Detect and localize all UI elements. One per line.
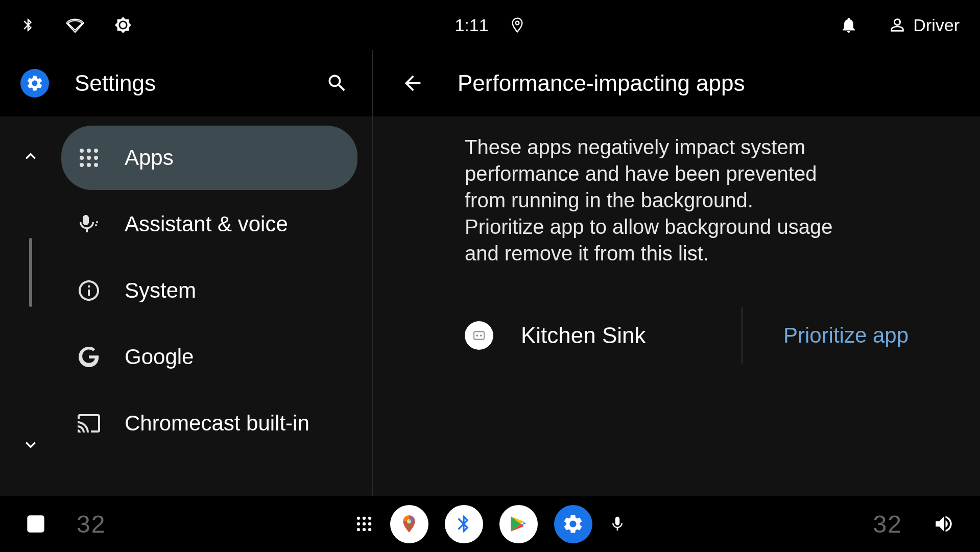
sidebar-body: Apps Assistant & voice System — [0, 116, 372, 496]
detail-title: Performance-impacting apps — [458, 70, 745, 96]
svg-point-21 — [356, 528, 360, 531]
detail-pane: Performance-impacting apps These apps ne… — [373, 50, 980, 496]
status-left — [20, 16, 455, 34]
sidebar-item-label: Assistant & voice — [125, 212, 288, 236]
search-button[interactable] — [323, 69, 351, 98]
wifi-icon — [66, 16, 84, 34]
back-button[interactable] — [398, 69, 427, 98]
svg-point-4 — [87, 156, 91, 160]
dock-left: 32 — [26, 510, 354, 538]
scrollbar-indicator[interactable] — [29, 238, 32, 307]
svg-point-17 — [368, 517, 371, 520]
svg-point-6 — [80, 163, 84, 167]
svg-point-23 — [368, 528, 371, 531]
assistant-icon — [76, 211, 102, 237]
svg-point-7 — [87, 163, 91, 167]
svg-point-20 — [368, 522, 371, 525]
sidebar-item-system[interactable]: System — [61, 258, 357, 323]
svg-point-2 — [94, 149, 98, 153]
sidebar-scroll-column — [0, 126, 61, 496]
app-info[interactable]: Kitchen Sink — [465, 321, 742, 350]
cast-icon — [76, 410, 102, 437]
svg-point-3 — [80, 156, 84, 160]
clock: 1:11 — [455, 15, 488, 35]
sidebar-item-apps[interactable]: Apps — [61, 126, 357, 190]
play-store-button[interactable] — [499, 505, 538, 543]
detail-description: These apps negatively impact system perf… — [465, 134, 863, 267]
sidebar-item-label: Apps — [125, 146, 174, 170]
app-row: Kitchen Sink Prioritize app — [465, 307, 949, 364]
bluetooth-icon — [20, 17, 36, 33]
chevron-up-icon[interactable] — [20, 146, 41, 166]
svg-point-1 — [87, 149, 91, 153]
sidebar-item-chromecast[interactable]: Chromecast built-in — [61, 391, 357, 455]
sidebar-item-assistant-voice[interactable]: Assistant & voice — [61, 192, 357, 256]
dock-right: 32 — [626, 510, 955, 538]
settings-gear-icon — [20, 69, 49, 98]
person-icon — [889, 16, 906, 34]
bluetooth-app-button[interactable] — [445, 505, 483, 543]
dock-center — [354, 505, 626, 543]
svg-point-22 — [362, 528, 365, 531]
status-bar: 1:11 Driver — [0, 0, 980, 50]
sidebar: Settings Apps — [0, 50, 373, 496]
nav-list: Apps Assistant & voice System — [61, 126, 372, 496]
sidebar-item-label: Google — [125, 345, 194, 369]
detail-header: Performance-impacting apps — [373, 50, 980, 116]
info-icon — [76, 277, 102, 304]
svg-point-15 — [356, 517, 360, 520]
driver-chip[interactable]: Driver — [889, 15, 960, 35]
chevron-down-icon[interactable] — [20, 435, 41, 455]
svg-point-18 — [356, 522, 360, 525]
prioritize-app-button[interactable]: Prioritize app — [743, 323, 949, 348]
driver-label: Driver — [913, 15, 960, 35]
svg-rect-9 — [474, 332, 484, 340]
app-launcher-icon[interactable] — [354, 514, 374, 534]
maps-app-button[interactable] — [390, 505, 428, 543]
dashboard-icon[interactable] — [26, 514, 46, 534]
svg-point-11 — [480, 334, 482, 337]
svg-point-5 — [94, 156, 98, 160]
svg-point-0 — [80, 149, 84, 153]
main-area: Settings Apps — [0, 50, 980, 496]
sidebar-item-label: System — [125, 278, 196, 303]
sidebar-title: Settings — [75, 70, 297, 96]
location-icon — [509, 17, 525, 33]
bell-icon[interactable] — [840, 16, 858, 34]
dock: 32 32 — [0, 496, 980, 552]
sidebar-header: Settings — [0, 50, 372, 116]
status-center: 1:11 — [455, 15, 525, 35]
detail-desc-line2: Prioritize app to allow background usage… — [465, 215, 832, 265]
mic-icon[interactable] — [609, 515, 626, 533]
hvac-temp-right[interactable]: 32 — [873, 510, 902, 538]
apps-grid-icon — [76, 145, 102, 171]
google-g-icon — [76, 344, 102, 370]
svg-point-8 — [94, 163, 98, 167]
svg-point-19 — [362, 522, 365, 525]
sidebar-item-google[interactable]: Google — [61, 325, 357, 389]
detail-body: These apps negatively impact system perf… — [373, 116, 980, 496]
hvac-temp-left[interactable]: 32 — [77, 510, 106, 538]
svg-point-10 — [476, 334, 478, 337]
app-name: Kitchen Sink — [521, 323, 646, 348]
status-right: Driver — [525, 15, 960, 35]
brightness-icon — [114, 16, 132, 34]
volume-icon[interactable] — [933, 513, 954, 535]
svg-point-16 — [362, 517, 365, 520]
app-icon — [465, 321, 493, 350]
settings-app-button[interactable] — [554, 505, 592, 543]
detail-desc-line1: These apps negatively impact system perf… — [465, 136, 817, 211]
sidebar-item-label: Chromecast built-in — [125, 411, 309, 436]
